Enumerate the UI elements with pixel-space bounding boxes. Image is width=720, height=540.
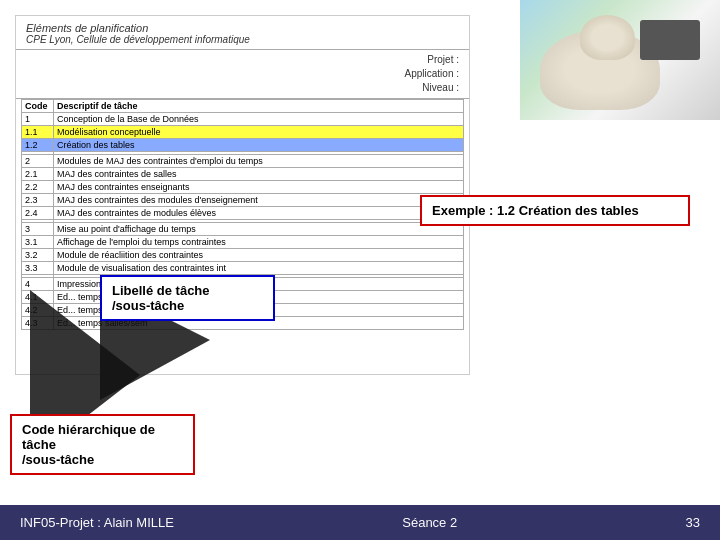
callout-code-line1: Code hiérarchique de tâche <box>22 422 183 452</box>
slide-container: Eléments de planification CPE Lyon, Cell… <box>0 0 720 540</box>
callout-example: Exemple : 1.2 Création des tables <box>420 195 690 226</box>
doc-header: Eléments de planification CPE Lyon, Cell… <box>16 16 469 50</box>
row-code: 3.2 <box>22 249 54 262</box>
table-row: 2.4MAJ des contraintes de modules élèves <box>22 207 464 220</box>
row-code: 3.3 <box>22 262 54 275</box>
callout-code-line2: /sous-tâche <box>22 452 183 467</box>
callout-libelle-line2: /sous-tâche <box>112 298 263 313</box>
footer-center: Séance 2 <box>402 515 457 530</box>
callout-libelle-line1: Libellé de tâche <box>112 283 263 298</box>
row-desc: MAJ des contraintes de modules élèves <box>54 207 464 220</box>
callout-code: Code hiérarchique de tâche /sous-tâche <box>10 414 195 475</box>
table-row: 2Modules de MAJ des contraintes d'emploi… <box>22 155 464 168</box>
top-right-image <box>520 0 720 120</box>
row-code: 3.1 <box>22 236 54 249</box>
table-row: 3Mise au point d'affichage du temps <box>22 223 464 236</box>
doc-header-title: Eléments de planification <box>26 22 459 34</box>
row-code: 4 <box>22 278 54 291</box>
table-row: 1Conception de la Base de Données <box>22 113 464 126</box>
laptop-shape <box>640 20 700 60</box>
document-area: Eléments de planification CPE Lyon, Cell… <box>15 15 470 375</box>
row-code: 2.4 <box>22 207 54 220</box>
row-desc: Module de visualisation des contraintes … <box>54 262 464 275</box>
row-code: 1.2 <box>22 139 54 152</box>
callout-example-text: Exemple : 1.2 Création des tables <box>432 203 639 218</box>
doc-meta: Projet : Application : Niveau : <box>16 50 469 99</box>
footer: INF05-Projet : Alain MILLE Séance 2 33 <box>0 505 720 540</box>
col-desc-header: Descriptif de tâche <box>54 100 464 113</box>
row-desc: MAJ des contraintes de salles <box>54 168 464 181</box>
row-desc: Affichage de l'emploi du temps contraint… <box>54 236 464 249</box>
row-code: 4.3 <box>22 317 54 330</box>
meta-projet: Projet : <box>405 53 459 67</box>
row-desc: Modélisation conceptuelle <box>54 126 464 139</box>
table-row: 1.2Création des tables <box>22 139 464 152</box>
row-desc: Module de réacliition des contraintes <box>54 249 464 262</box>
callout-libelle: Libellé de tâche /sous-tâche <box>100 275 275 321</box>
table-header-row: Code Descriptif de tâche <box>22 100 464 113</box>
doc-header-subtitle: CPE Lyon, Cellule de développement infor… <box>26 34 459 45</box>
footer-right: 33 <box>686 515 700 530</box>
doc-meta-items: Projet : Application : Niveau : <box>405 53 459 95</box>
table-row: 3.3Module de visualisation des contraint… <box>22 262 464 275</box>
row-code: 2.3 <box>22 194 54 207</box>
row-desc: Mise au point d'affichage du temps <box>54 223 464 236</box>
row-code: 1.1 <box>22 126 54 139</box>
row-code: 4.2 <box>22 304 54 317</box>
table-row: 2.1MAJ des contraintes de salles <box>22 168 464 181</box>
footer-left: INF05-Projet : Alain MILLE <box>20 515 174 530</box>
row-code: 2.2 <box>22 181 54 194</box>
row-code: 2 <box>22 155 54 168</box>
row-desc: Modules de MAJ des contraintes d'emploi … <box>54 155 464 168</box>
col-code-header: Code <box>22 100 54 113</box>
table-row: 1.1Modélisation conceptuelle <box>22 126 464 139</box>
table-row: 3.1Affichage de l'emploi du temps contra… <box>22 236 464 249</box>
row-code: 4.1 <box>22 291 54 304</box>
row-desc: Création des tables <box>54 139 464 152</box>
table-row: 2.3MAJ des contraintes des modules d'ens… <box>22 194 464 207</box>
table-row: 2.2MAJ des contraintes enseignants <box>22 181 464 194</box>
seal-head <box>580 15 635 60</box>
row-code: 1 <box>22 113 54 126</box>
meta-niveau: Niveau : <box>405 81 459 95</box>
row-desc: MAJ des contraintes enseignants <box>54 181 464 194</box>
row-desc: Conception de la Base de Données <box>54 113 464 126</box>
row-code: 2.1 <box>22 168 54 181</box>
meta-application: Application : <box>405 67 459 81</box>
row-code: 3 <box>22 223 54 236</box>
table-row: 3.2Module de réacliition des contraintes <box>22 249 464 262</box>
row-desc: MAJ des contraintes des modules d'enseig… <box>54 194 464 207</box>
